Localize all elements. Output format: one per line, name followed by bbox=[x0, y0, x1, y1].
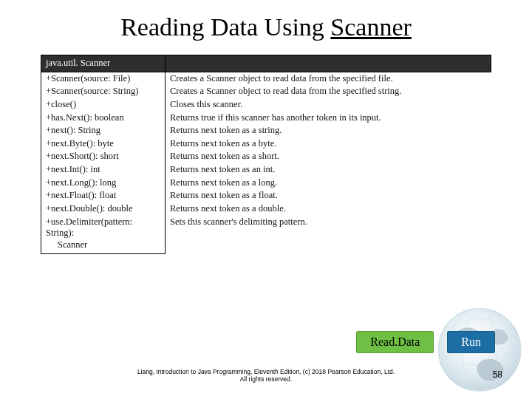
method-desc: Returns next token as a byte. bbox=[166, 137, 491, 151]
uml-class-table: java.util. Scanner +Scanner(source: File… bbox=[41, 55, 491, 254]
method-desc: Returns next token as a long. bbox=[166, 177, 491, 190]
table-row: +close() Closes this scanner. bbox=[41, 98, 491, 112]
method-sig: +use.Delimiter(pattern: String): Scanner bbox=[41, 216, 166, 254]
button-row: Read.Data Run bbox=[356, 331, 495, 353]
table-row: +next.Byte(): byte Returns next token as… bbox=[41, 137, 491, 151]
method-desc: Creates a Scanner object to read data fr… bbox=[166, 85, 491, 98]
table-row: +has.Next(): boolean Returns true if thi… bbox=[41, 112, 491, 125]
method-sig: +next.Int(): int bbox=[41, 163, 166, 177]
table-row: +next.Float(): float Returns next token … bbox=[41, 189, 491, 202]
slide-title: Reading Data Using Scanner bbox=[0, 0, 532, 55]
footer-line-2: All rights reserved. bbox=[240, 375, 292, 383]
title-text-1: Reading Data Using bbox=[120, 13, 330, 41]
table-row: +next.Short(): short Returns next token … bbox=[41, 150, 491, 163]
class-name-cell: java.util. Scanner bbox=[41, 55, 166, 72]
method-sig-line1: +use.Delimiter(pattern: String): bbox=[46, 216, 132, 239]
readdata-button[interactable]: Read.Data bbox=[356, 331, 434, 353]
table-row: +Scanner(source: String) Creates a Scann… bbox=[41, 85, 491, 98]
method-sig: +next.Long(): long bbox=[41, 177, 166, 190]
table-row: +use.Delimiter(pattern: String): Scanner… bbox=[41, 216, 491, 254]
title-text-2: Scanner bbox=[330, 13, 412, 41]
method-desc: Closes this scanner. bbox=[166, 98, 491, 112]
method-desc: Creates a Scanner object to read data fr… bbox=[166, 72, 491, 85]
method-desc: Returns next token as a string. bbox=[166, 124, 491, 137]
method-desc: Returns next token as an int. bbox=[166, 163, 491, 177]
method-desc: Returns next token as a short. bbox=[166, 150, 491, 163]
method-sig: +Scanner(source: File) bbox=[41, 72, 166, 85]
method-desc: Sets this scanner's delimiting pattern. bbox=[166, 216, 491, 254]
method-desc: Returns next token as a float. bbox=[166, 189, 491, 202]
method-sig: +Scanner(source: String) bbox=[41, 85, 166, 98]
method-sig-line2: Scanner bbox=[46, 239, 87, 251]
method-sig: +next.Float(): float bbox=[41, 189, 166, 202]
method-desc: Returns next token as a double. bbox=[166, 202, 491, 216]
method-sig: +next(): String bbox=[41, 124, 166, 137]
table-row: +next.Int(): int Returns next token as a… bbox=[41, 163, 491, 177]
method-sig: +next.Short(): short bbox=[41, 150, 166, 163]
method-sig: +next.Double(): double bbox=[41, 202, 166, 216]
method-sig: +next.Byte(): byte bbox=[41, 137, 166, 151]
footer-line-1: Liang, Introduction to Java Programming,… bbox=[137, 368, 395, 375]
page-number: 58 bbox=[493, 369, 502, 380]
method-sig: +close() bbox=[41, 98, 166, 112]
table-row: +next.Double(): double Returns next toke… bbox=[41, 202, 491, 216]
table-row: +next(): String Returns next token as a … bbox=[41, 124, 491, 137]
method-sig: +has.Next(): boolean bbox=[41, 112, 166, 125]
method-desc: Returns true if this scanner has another… bbox=[166, 112, 491, 125]
table-row: +Scanner(source: File) Creates a Scanner… bbox=[41, 72, 491, 85]
run-button[interactable]: Run bbox=[447, 331, 495, 353]
table-row: +next.Long(): long Returns next token as… bbox=[41, 177, 491, 190]
class-header-spacer bbox=[166, 55, 491, 72]
